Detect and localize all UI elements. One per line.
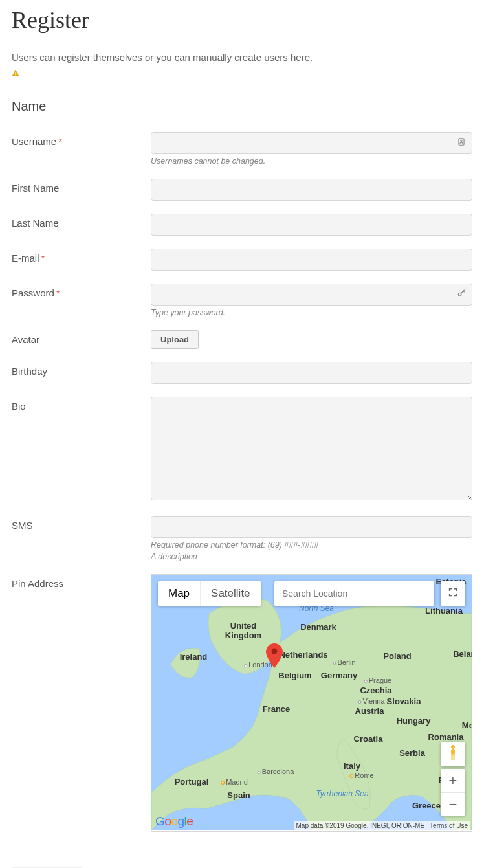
username-input[interactable] bbox=[151, 132, 472, 154]
country-denmark: Denmark bbox=[300, 622, 336, 632]
fullscreen-button[interactable] bbox=[441, 581, 465, 606]
sms-hint-format: Required phone number format: (69) ###-#… bbox=[151, 540, 472, 550]
zoom-control: + − bbox=[441, 769, 465, 816]
country-serbia: Serbia bbox=[399, 748, 425, 758]
key-icon bbox=[457, 289, 466, 300]
svg-point-3 bbox=[461, 140, 462, 141]
country-greece: Greece bbox=[412, 801, 441, 810]
country-france: France bbox=[263, 704, 291, 714]
country-croatia: Croatia bbox=[354, 734, 383, 744]
country-lithuania: Lithuania bbox=[425, 606, 463, 616]
country-portugal: Portugal bbox=[175, 777, 209, 786]
country-romania: Romania bbox=[428, 732, 464, 742]
birthday-input[interactable] bbox=[151, 362, 472, 384]
google-logo: Google bbox=[155, 814, 193, 829]
avatar-label: Avatar bbox=[12, 330, 151, 345]
map-type-toggle: Map Satellite bbox=[158, 581, 261, 606]
terms-link[interactable]: Terms of Use bbox=[430, 822, 468, 829]
country-hungary: Hungary bbox=[397, 716, 431, 726]
city-rome: Rome bbox=[349, 772, 373, 779]
sms-input[interactable] bbox=[151, 516, 472, 538]
pegman-icon bbox=[447, 744, 459, 764]
email-input[interactable] bbox=[151, 249, 472, 271]
map-pin-icon[interactable] bbox=[266, 643, 283, 671]
first-name-label: First Name bbox=[12, 179, 151, 194]
map-tab-satellite[interactable]: Satellite bbox=[200, 581, 260, 606]
city-prague: Prague bbox=[364, 676, 391, 684]
svg-rect-8 bbox=[451, 749, 455, 755]
city-vienna: Vienna bbox=[358, 697, 384, 705]
country-italy: Italy bbox=[344, 761, 360, 771]
svg-rect-9 bbox=[452, 754, 453, 760]
sms-label: SMS bbox=[12, 516, 151, 531]
bio-label: Bio bbox=[12, 397, 151, 412]
password-label: Password* bbox=[12, 284, 151, 298]
warning-icon bbox=[12, 68, 19, 76]
country-ireland: Ireland bbox=[180, 652, 208, 662]
pin-address-label: Pin Address bbox=[12, 574, 151, 589]
country-czechia: Czechia bbox=[360, 685, 391, 695]
svg-point-7 bbox=[451, 745, 455, 749]
zoom-out-button[interactable]: − bbox=[441, 792, 465, 816]
last-name-label: Last Name bbox=[12, 214, 151, 228]
svg-point-6 bbox=[272, 649, 278, 654]
email-label: E-mail* bbox=[12, 249, 151, 263]
svg-point-4 bbox=[458, 293, 461, 296]
map-search-input[interactable] bbox=[274, 581, 434, 606]
contact-card-icon bbox=[457, 137, 466, 149]
country-slovakia: Slovakia bbox=[387, 696, 421, 706]
country-uk: United Kingdom bbox=[225, 621, 261, 640]
country-belgium: Belgium bbox=[278, 671, 311, 680]
svg-rect-0 bbox=[16, 72, 16, 74]
pegman-button[interactable] bbox=[441, 742, 465, 766]
username-label: Username* bbox=[12, 132, 151, 147]
country-germany: Germany bbox=[321, 671, 357, 680]
birthday-label: Birthday bbox=[12, 362, 151, 377]
country-netherlands: Netherlands bbox=[279, 650, 327, 660]
country-spain: Spain bbox=[227, 790, 250, 800]
sea-label-tyrrhenian: Tyrrhenian Sea bbox=[316, 789, 368, 798]
page-title: Register bbox=[12, 6, 472, 34]
bio-textarea[interactable] bbox=[151, 397, 472, 500]
city-barcelona: Barcelona bbox=[258, 768, 294, 775]
password-hint: Type your password. bbox=[151, 308, 472, 317]
map-tab-map[interactable]: Map bbox=[158, 581, 200, 606]
last-name-input[interactable] bbox=[151, 214, 472, 236]
section-name-title: Name bbox=[12, 99, 472, 114]
sms-hint-desc: A description bbox=[151, 552, 472, 561]
map-attribution: Map data ©2019 Google, INEGI, ORION-ME T… bbox=[294, 821, 470, 830]
upload-button[interactable]: Upload bbox=[151, 330, 199, 349]
country-austria: Austria bbox=[355, 706, 384, 716]
minus-icon: − bbox=[449, 796, 457, 813]
zoom-in-button[interactable]: + bbox=[441, 769, 465, 792]
city-madrid: Madrid bbox=[221, 778, 248, 786]
first-name-input[interactable] bbox=[151, 179, 472, 201]
map[interactable]: North Sea Tyrrhenian Sea Estonia Lithuan… bbox=[151, 574, 472, 832]
country-belarus: Belarus bbox=[453, 649, 472, 659]
svg-rect-1 bbox=[16, 74, 16, 75]
country-moldova: Mold bbox=[462, 720, 472, 730]
svg-rect-10 bbox=[454, 754, 455, 760]
fullscreen-icon bbox=[448, 587, 458, 600]
page-subtitle: Users can register themselves or you can… bbox=[12, 52, 472, 63]
country-poland: Poland bbox=[383, 651, 411, 661]
plus-icon: + bbox=[449, 772, 457, 789]
city-berlin: Berlin bbox=[333, 658, 355, 666]
username-hint: Usernames cannot be changed. bbox=[151, 157, 472, 166]
password-input[interactable] bbox=[151, 284, 472, 306]
map-background bbox=[151, 575, 472, 830]
